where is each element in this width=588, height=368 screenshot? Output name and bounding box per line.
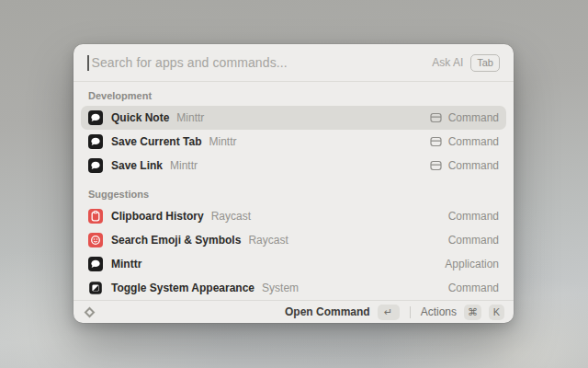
list-item-toggle-system-appearance[interactable]: Toggle System Appearance System Command (81, 276, 506, 300)
list-item-clipboard-history[interactable]: Clipboard History Raycast Command (81, 204, 506, 228)
item-subtitle: Minttr (170, 159, 198, 172)
results-list: Development Quick Note Minttr Command Sa… (74, 82, 514, 300)
item-type-label: Command (448, 210, 499, 223)
minttr-icon (88, 110, 103, 125)
actions-button[interactable]: Actions (421, 305, 457, 318)
text-caret (87, 55, 89, 71)
search-input[interactable]: Search for apps and commands... (92, 55, 288, 70)
item-type-label: Command (448, 282, 499, 294)
item-title: Clipboard History (111, 210, 204, 223)
appearance-icon (88, 281, 103, 295)
item-type-label: Command (448, 111, 499, 124)
item-title: Minttr (111, 258, 141, 270)
tab-key-badge: Tab (470, 54, 500, 72)
item-type-label: Command (448, 159, 499, 172)
item-title: Search Emoji & Symbols (111, 234, 241, 247)
minttr-icon (88, 134, 103, 149)
emoji-icon (88, 233, 103, 247)
search-bar: Search for apps and commands... Ask AI T… (74, 44, 514, 82)
item-type-label: Application (445, 258, 499, 270)
item-subtitle: Raycast (248, 234, 288, 247)
primary-action-label[interactable]: Open Command (285, 305, 370, 318)
cmd-key-badge: ⌘ (464, 305, 481, 320)
item-title: Quick Note (111, 111, 169, 124)
item-type-label: Command (448, 135, 499, 148)
item-title: Toggle System Appearance (111, 282, 254, 294)
minttr-icon (88, 158, 103, 173)
k-key-badge: K (489, 305, 504, 320)
raycast-launcher-window: Search for apps and commands... Ask AI T… (74, 44, 514, 323)
dev-command-icon (430, 136, 442, 147)
list-item-save-link[interactable]: Save Link Minttr Command (81, 154, 506, 178)
clipboard-icon (88, 209, 103, 224)
item-title: Save Link (111, 159, 163, 172)
item-subtitle: Raycast (211, 210, 251, 223)
section-header-development: Development (81, 82, 506, 106)
item-subtitle: Minttr (209, 135, 236, 148)
section-header-suggestions: Suggestions (81, 178, 506, 204)
ask-ai-label[interactable]: Ask AI (432, 56, 463, 69)
dev-command-icon (430, 112, 442, 123)
item-subtitle: Minttr (176, 111, 204, 124)
action-bar: Open Command ↵ Actions ⌘ K (74, 300, 514, 323)
minttr-icon (88, 257, 103, 271)
footer-divider (410, 306, 411, 318)
list-item-save-current-tab[interactable]: Save Current Tab Minttr Command (81, 130, 506, 154)
list-item-minttr-app[interactable]: Minttr Application (81, 252, 506, 276)
item-type-label: Command (448, 234, 499, 247)
item-subtitle: System (262, 282, 299, 294)
list-item-search-emoji[interactable]: Search Emoji & Symbols Raycast Command (81, 228, 506, 252)
item-title: Save Current Tab (111, 135, 201, 148)
list-item-quick-note[interactable]: Quick Note Minttr Command (81, 106, 506, 130)
dev-command-icon (430, 160, 442, 171)
return-key-badge: ↵ (378, 305, 400, 320)
raycast-logo-icon (83, 305, 96, 319)
